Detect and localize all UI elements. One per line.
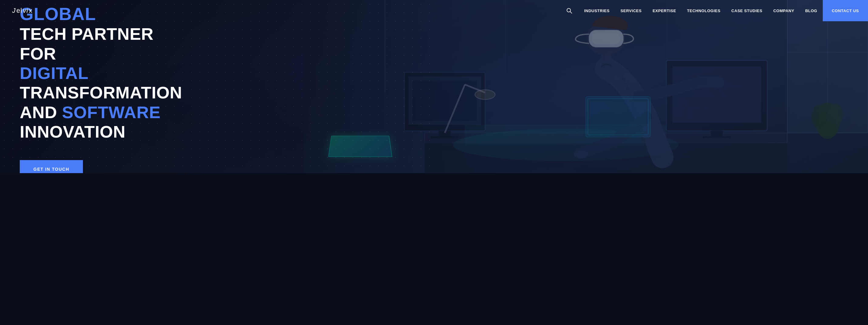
hero-title-line4-blue: SOFTWARE — [62, 103, 161, 122]
nav-link-services[interactable]: SERVICES — [615, 0, 647, 21]
search-icon — [566, 7, 572, 14]
nav-item-industries[interactable]: INDUSTRIES — [579, 0, 615, 21]
hero-title-line3-white: TRANSFORMATION — [20, 83, 182, 102]
hero-title-line4-white2: INNOVATION — [20, 122, 125, 141]
nav-link-expertise[interactable]: EXPERTISE — [647, 0, 682, 21]
nav-item-technologies[interactable]: TECHNOLOGIES — [682, 0, 726, 21]
nav-item-services[interactable]: SERVICES — [615, 0, 647, 21]
hero-title-line4-white1: AND — [20, 103, 62, 122]
hero-holographic-table — [328, 136, 393, 157]
hero-title-line4: AND SOFTWARE INNOVATION — [20, 103, 188, 142]
nav-link-case-studies[interactable]: CASE STUDIES — [726, 0, 768, 21]
nav-links: INDUSTRIES SERVICES EXPERTISE TECHNOLOGI… — [579, 0, 868, 21]
hero-title-line2: TECH PARTNER FOR — [20, 24, 188, 63]
main-nav: INDUSTRIES SERVICES EXPERTISE TECHNOLOGI… — [560, 0, 868, 21]
nav-link-company[interactable]: COMPANY — [768, 0, 800, 21]
nav-link-blog[interactable]: BLOG — [800, 0, 823, 21]
header: Jelvix INDUSTRIES SERVICES EXPERTISE TEC… — [0, 0, 868, 21]
hero-title-line3-blue: DIGITAL — [20, 63, 89, 83]
svg-line-1 — [570, 11, 572, 13]
get-in-touch-button[interactable]: GET IN TOUCH — [20, 160, 83, 173]
hero-content: GLOBAL TECH PARTNER FOR DIGITAL TRANSFOR… — [0, 0, 188, 173]
nav-item-contact[interactable]: CONTACT US — [823, 0, 868, 21]
contact-us-button[interactable]: CONTACT US — [823, 0, 868, 21]
hero-section: GLOBAL TECH PARTNER FOR DIGITAL TRANSFOR… — [0, 0, 868, 173]
nav-item-case-studies[interactable]: CASE STUDIES — [726, 0, 768, 21]
nav-item-blog[interactable]: BLOG — [800, 0, 823, 21]
hero-title-line3: DIGITAL TRANSFORMATION — [20, 63, 188, 103]
nav-item-expertise[interactable]: EXPERTISE — [647, 0, 682, 21]
logo[interactable]: Jelvix — [12, 7, 32, 14]
svg-point-0 — [567, 8, 571, 12]
nav-item-company[interactable]: COMPANY — [768, 0, 800, 21]
hero-title: GLOBAL TECH PARTNER FOR DIGITAL TRANSFOR… — [20, 4, 188, 142]
nav-link-technologies[interactable]: TECHNOLOGIES — [682, 0, 726, 21]
search-button[interactable] — [560, 7, 579, 14]
nav-link-industries[interactable]: INDUSTRIES — [579, 0, 615, 21]
